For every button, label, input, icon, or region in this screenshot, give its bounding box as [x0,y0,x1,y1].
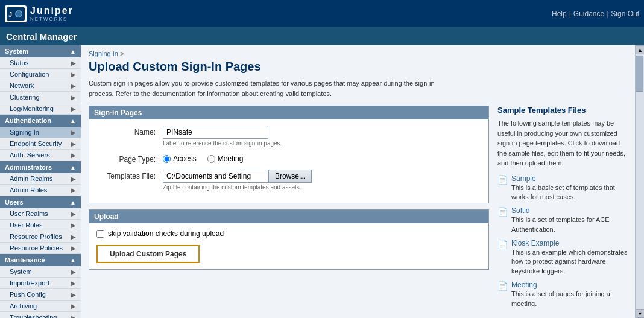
sidebar-item-resource-profiles[interactable]: Resource Profiles▶ [0,231,81,243]
scroll-thumb[interactable] [636,56,643,92]
radio-group: Access Meeting [163,153,481,163]
name-input[interactable] [163,126,268,139]
arrow-archiving: ▶ [71,303,76,310]
sidebar-item-user-realms[interactable]: User Realms▶ [0,208,81,220]
templates-file-label: Templates File: [96,170,163,180]
sample-text-0: This is a basic set of templates that wo… [511,183,628,202]
sidebar-section-system-label: System [5,48,28,55]
arrow-network: ▶ [71,83,76,89]
page-type-row: Page Type: Access [96,153,481,164]
sidebar-section-users-label: Users [5,199,24,206]
sidebar-item-auth-servers[interactable]: Auth. Servers▶ [0,150,81,161]
sidebar-item-resource-policies[interactable]: Resource Policies▶ [0,243,81,254]
page-type-control: Access Meeting [163,153,481,163]
right-panel-title: Sample Templates Files [497,106,628,115]
nav-sep2: | [607,10,608,18]
auth-collapse-icon: ▲ [70,118,76,124]
sidebar-section-maintenance[interactable]: Maintenance ▲ [0,254,81,266]
arrow-user-roles: ▶ [71,222,76,229]
page-description: Custom sign-in pages allow you to provid… [89,78,444,98]
sample-link-3[interactable]: Meeting [511,281,537,289]
sample-link-2[interactable]: Kiosk Example [511,239,559,247]
sidebar-item-signing-in[interactable]: Signing In▶ [0,127,81,138]
sidebar-item-maintenance-system[interactable]: System▶ [0,266,81,278]
sidebar-admin-items: Admin Realms▶ Admin Roles▶ [0,173,81,196]
sample-content-0: Sample This is a basic set of templates … [511,174,628,202]
scrollbar: ▲ ▼ [635,45,644,318]
arrow-resource-profiles: ▶ [71,234,76,240]
scroll-down-arrow[interactable]: ▼ [636,309,644,318]
sidebar-item-import-export[interactable]: Import/Export▶ [0,278,81,289]
upload-custom-pages-button[interactable]: Upload Custom Pages [96,245,200,263]
nav-sep1: | [569,10,571,18]
sidebar-item-push-config[interactable]: Push Config▶ [0,289,81,301]
sidebar-item-admin-roles[interactable]: Admin Roles▶ [0,185,81,196]
page-title: Upload Custom Sign-In Pages [89,60,628,74]
radio-access[interactable] [163,155,171,163]
sidebar-item-clustering[interactable]: Clustering▶ [0,92,81,103]
sample-text-2: This is an example which demonstrates ho… [511,248,628,276]
name-control: Label to reference the custom sign-in pa… [163,126,481,147]
sidebar-item-troubleshooting[interactable]: Troubleshooting▶ [0,312,81,318]
arrow-admin-realms: ▶ [71,176,76,182]
sidebar-item-admin-realms[interactable]: Admin Realms▶ [0,173,81,185]
sidebar-item-logmonitoring[interactable]: Log/Monitoring▶ [0,103,81,115]
radio-access-label[interactable]: Access [163,154,197,163]
sample-item-3: 📄 Meeting This is a set of pages for joi… [497,281,628,308]
sidebar-item-archiving[interactable]: Archiving▶ [0,301,81,312]
sidebar-section-administrators[interactable]: Administrators ▲ [0,161,81,173]
templates-hint: Zip file containing the custom templates… [163,184,481,191]
guidance-link[interactable]: Guidance [573,10,604,18]
arrow-clustering: ▶ [71,94,76,101]
name-row: Name: Label to reference the custom sign… [96,126,481,147]
sample-text-1: This is a set of templates for ACE Authe… [511,215,628,234]
sample-link-0[interactable]: Sample [511,174,536,183]
brand-name: Juniper [30,5,74,16]
sample-item-1: 📄 Softid This is a set of templates for … [497,206,628,234]
scroll-up-arrow[interactable]: ▲ [636,45,644,54]
signin-pages-body: Name: Label to reference the custom sign… [89,119,488,203]
sidebar-section-maintenance-label: Maintenance [5,256,45,264]
header: J Juniper NETWORKS Help | Guidance | Sig… [0,0,644,27]
sidebar-section-authentication[interactable]: Authentication ▲ [0,115,81,127]
skip-validation-label: skip validation checks during upload [108,229,224,238]
radio-access-text: Access [173,154,197,163]
radio-meeting[interactable] [207,155,215,163]
scroll-track [636,54,644,309]
name-label: Name: [96,126,163,136]
upload-section-header: Upload [89,210,488,223]
users-collapse-icon: ▲ [70,199,76,206]
sidebar-section-system[interactable]: System ▲ [0,45,81,57]
juniper-logo-svg: J [7,7,25,21]
brand-tagline: NETWORKS [30,16,74,22]
sample-text-3: This is a set of pages for joining a mee… [511,290,628,308]
browse-button[interactable]: Browse... [268,170,312,183]
help-link[interactable]: Help [552,10,567,18]
sidebar-item-status[interactable]: Status▶ [0,57,81,69]
signout-link[interactable]: Sign Out [611,10,639,18]
sidebar-section-auth-label: Authentication [5,117,51,124]
sample-icon-3: 📄 [497,281,508,291]
skip-validation-checkbox[interactable] [96,230,104,238]
sidebar-item-user-roles[interactable]: User Roles▶ [0,220,81,231]
breadcrumb-separator: > [120,50,124,57]
sidebar-item-endpoint-security[interactable]: Endpoint Security▶ [0,138,81,150]
content-columns: Sign-In Pages Name: Label to reference t… [89,106,628,313]
file-path-input[interactable] [163,170,268,183]
sample-icon-2: 📄 [497,240,508,249]
maintenance-collapse-icon: ▲ [70,257,76,264]
sidebar-maintenance-items: System▶ Import/Export▶ Push Config▶ Arch… [0,266,81,318]
radio-meeting-label[interactable]: Meeting [207,154,244,163]
arrow-maint-system: ▶ [71,269,76,275]
cm-bar-title: Central Manager [6,31,77,42]
system-collapse-icon: ▲ [70,48,76,55]
sidebar-item-configuration[interactable]: Configuration▶ [0,69,81,80]
arrow-user-realms: ▶ [71,211,76,217]
header-title-area: Juniper NETWORKS [30,5,74,22]
breadcrumb-signing-in[interactable]: Signing In [89,50,118,57]
sidebar-section-users[interactable]: Users ▲ [0,196,81,208]
sample-link-1[interactable]: Softid [511,206,530,215]
sample-content-1: Softid This is a set of templates for AC… [511,206,628,234]
sidebar-section-admin-label: Administrators [5,164,52,171]
sidebar-item-network[interactable]: Network▶ [0,80,81,92]
